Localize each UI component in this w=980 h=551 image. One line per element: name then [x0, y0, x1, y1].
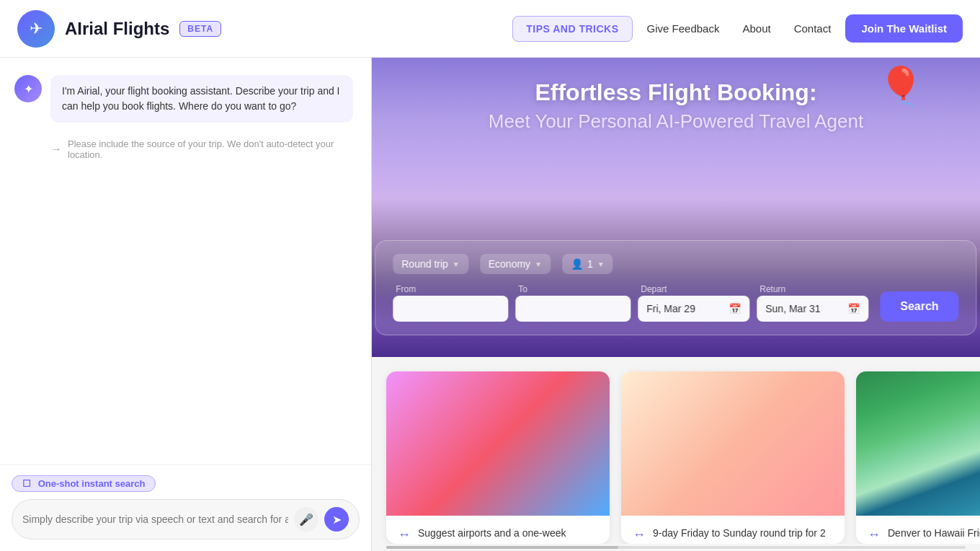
card-india-arrow-icon[interactable]: ↔ — [398, 527, 411, 542]
chat-bottom: ☐ One-shot instant search 🎤 ➤ — [0, 464, 371, 551]
from-label: From — [393, 284, 508, 294]
feedback-link[interactable]: Give Feedback — [638, 17, 729, 40]
passengers-count: 1 — [587, 258, 593, 270]
scrollbar-section — [372, 544, 980, 551]
right-panel: 🎈 Effortless Flight Booking: Meet Your P… — [372, 58, 980, 551]
trip-type-selector[interactable]: Round trip ▼ — [393, 254, 468, 274]
depart-label: Depart — [638, 284, 749, 294]
pax-chevron-icon: ▼ — [597, 260, 605, 268]
return-field-group: Return 📅 — [757, 284, 868, 322]
card-cairo-text: 9-day Friday to Sunday round trip for 2 … — [653, 526, 833, 544]
from-input[interactable] — [393, 296, 508, 322]
brand-name: AIrial Flights — [65, 19, 169, 39]
return-date-input[interactable] — [765, 303, 845, 314]
card-hawaii-image — [856, 371, 980, 516]
chat-input-row: 🎤 ➤ — [12, 499, 360, 539]
scroll-thumb[interactable] — [386, 546, 618, 549]
card-hawaii-bottom: ↔ Denver to Hawaii Friday morning; retur… — [856, 516, 980, 544]
tips-button[interactable]: TIPS AND TRICKS — [512, 16, 632, 42]
trip-type-label: Round trip — [401, 258, 448, 270]
logo-icon: ✈ — [17, 10, 55, 48]
return-calendar-icon[interactable]: 📅 — [847, 303, 860, 314]
card-cairo-arrow-icon[interactable]: ↔ — [633, 527, 646, 542]
card-india: ↔ Suggest airports and a one-week itiner… — [386, 371, 610, 544]
depart-date-input[interactable] — [646, 303, 726, 314]
one-shot-label: One-shot instant search — [38, 478, 146, 489]
header-left: ✈ AIrial Flights BETA — [17, 10, 221, 48]
balloon-icon: 🎈 — [876, 63, 925, 108]
depart-calendar-icon[interactable]: 📅 — [729, 303, 741, 314]
search-top-row: Round trip ▼ Economy ▼ 👤 1 ▼ — [393, 254, 958, 274]
main-layout: ✦ I'm Airial, your flight booking assist… — [0, 0, 980, 551]
hawaii-aerial-bg — [856, 371, 980, 516]
card-cairo-bottom: ↔ 9-day Friday to Sunday round trip for … — [621, 516, 845, 544]
card-cairo-image — [621, 371, 845, 516]
card-hawaii: ↔ Denver to Hawaii Friday morning; retur… — [856, 371, 980, 544]
depart-date-wrap: 📅 — [638, 296, 749, 322]
mic-button[interactable]: 🎤 — [294, 507, 318, 532]
card-hawaii-text: Denver to Hawaii Friday morning; return … — [888, 526, 980, 544]
one-shot-badge[interactable]: ☐ One-shot instant search — [12, 475, 156, 492]
trip-chevron-icon: ▼ — [453, 260, 460, 268]
beta-badge: BETA — [179, 21, 221, 37]
header-nav: TIPS AND TRICKS Give Feedback About Cont… — [512, 14, 963, 43]
join-button[interactable]: Join The Waitlist — [845, 14, 963, 43]
cabin-class-selector[interactable]: Economy ▼ — [480, 254, 551, 274]
search-box: Round trip ▼ Economy ▼ 👤 1 ▼ Fr — [375, 240, 976, 335]
cards-section: ↔ Suggest airports and a one-week itiner… — [372, 357, 980, 544]
header: ✈ AIrial Flights BETA TIPS AND TRICKS Gi… — [0, 0, 980, 58]
ai-chat-bubble: ✦ I'm Airial, your flight booking assist… — [14, 75, 357, 123]
card-cairo: ↔ 9-day Friday to Sunday round trip for … — [621, 371, 845, 544]
checkbox-icon: ☐ — [22, 478, 31, 489]
hero-title-line1: Effortless Flight Booking: — [489, 79, 863, 106]
to-field-group: To — [515, 284, 631, 322]
about-link[interactable]: About — [734, 17, 779, 40]
location-hint-text: Please include the source of your trip. … — [68, 138, 357, 160]
card-hawaii-arrow-icon[interactable]: ↔ — [868, 527, 881, 542]
card-india-bottom: ↔ Suggest airports and a one-week itiner… — [386, 516, 610, 544]
chat-messages: ✦ I'm Airial, your flight booking assist… — [0, 58, 371, 464]
to-label: To — [515, 284, 631, 294]
ai-message: I'm Airial, your flight booking assistan… — [50, 75, 353, 123]
from-field-group: From — [393, 284, 508, 322]
search-fields-row: From To Depart 📅 — [393, 284, 958, 322]
scroll-indicator — [386, 546, 966, 549]
hero-section: 🎈 Effortless Flight Booking: Meet Your P… — [372, 58, 980, 357]
to-input[interactable] — [515, 296, 631, 322]
search-button[interactable]: Search — [880, 291, 958, 322]
one-shot-row: ☐ One-shot instant search — [12, 475, 360, 492]
depart-field-group: Depart 📅 — [638, 284, 749, 322]
return-date-wrap: 📅 — [757, 296, 868, 322]
arrow-right-icon: → — [50, 143, 62, 156]
location-hint-row: → Please include the source of your trip… — [14, 136, 357, 160]
send-button[interactable]: ➤ — [324, 507, 349, 532]
return-label: Return — [757, 284, 868, 294]
pax-icon: 👤 — [571, 258, 583, 270]
passengers-selector[interactable]: 👤 1 ▼ — [562, 254, 613, 274]
chat-text-input[interactable] — [22, 513, 288, 525]
ai-avatar: ✦ — [14, 75, 42, 102]
hero-title-line2: Meet Your Personal AI-Powered Travel Age… — [489, 110, 863, 133]
card-india-text: Suggest airports and a one-week itinerar… — [418, 526, 598, 544]
cabin-class-label: Economy — [489, 258, 530, 270]
contact-link[interactable]: Contact — [785, 17, 840, 40]
hero-title: Effortless Flight Booking: Meet Your Per… — [489, 79, 863, 133]
card-india-image — [386, 371, 610, 516]
chat-panel: ✦ I'm Airial, your flight booking assist… — [0, 58, 372, 551]
cabin-chevron-icon: ▼ — [535, 260, 542, 268]
